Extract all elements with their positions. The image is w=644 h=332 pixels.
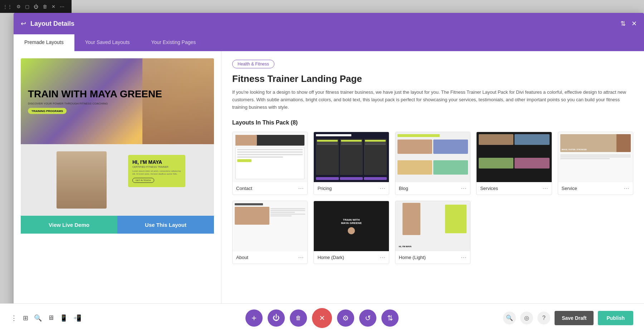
- thumb-form-line-3: [237, 154, 303, 155]
- layout-card-label-pricing: Pricing: [317, 186, 332, 191]
- right-panel: Health & Fitness Fitness Trainer Landing…: [221, 51, 644, 328]
- thumb-blog-img1: [397, 140, 432, 154]
- tab-premade[interactable]: Premade Layouts: [14, 34, 74, 51]
- thumb-blog-img2: [433, 140, 468, 154]
- preview-actions: View Live Demo Use This Layout: [21, 216, 214, 234]
- layout-card-dots-contact[interactable]: ⋯: [298, 185, 304, 192]
- layout-thumb-home-light: HI, I'M MAYA: [395, 201, 470, 251]
- thumb-pricing-card-1: [316, 139, 339, 175]
- layout-card-label-about: About: [236, 255, 248, 260]
- publish-button[interactable]: Publish: [598, 311, 633, 325]
- mobile-icon[interactable]: 📲: [73, 314, 81, 322]
- tablet-icon[interactable]: 📱: [60, 314, 68, 322]
- layout-details-modal: ↩ Layout Details ⇅ ✕ Premade Layouts You…: [14, 13, 644, 328]
- thumb-al-3: [270, 212, 295, 213]
- layout-card-label-blog: Blog: [399, 186, 408, 191]
- layout-card-dots-home-light[interactable]: ⋯: [461, 254, 467, 261]
- thumb-home-dark-avatar: [348, 227, 355, 234]
- window-icon[interactable]: ▢: [25, 4, 29, 9]
- more-icon[interactable]: ⋯: [60, 4, 64, 9]
- thumb-al-4: [270, 214, 305, 215]
- thumb-pc-l2: [317, 144, 338, 145]
- layout-card-footer-home-light: Home (Light) ⋯: [395, 251, 470, 264]
- thumb-form-line-2: [237, 151, 303, 153]
- thumb-home-person: [402, 203, 420, 235]
- close-button[interactable]: ✕: [312, 308, 332, 328]
- layout-card-contact[interactable]: Contact ⋯: [232, 132, 308, 195]
- thumb-pricing-cards: [316, 139, 386, 175]
- grid-icon[interactable]: ⋮⋮: [3, 4, 12, 9]
- settings-button[interactable]: ⚙: [337, 309, 354, 327]
- thumb-pc-l1: [317, 142, 338, 143]
- layout-card-dots-home-dark[interactable]: ⋯: [380, 254, 385, 261]
- layout-card-about[interactable]: About ⋯: [232, 201, 308, 264]
- layout-card-home-dark[interactable]: TRAIN WITHMAYA GREENE Home (Dark) ⋯: [313, 201, 389, 264]
- layout-thumb-home-dark: TRAIN WITHMAYA GREENE: [314, 201, 389, 251]
- layout-icon[interactable]: ⊞: [23, 314, 28, 322]
- pack-label: Layouts In This Pack (8): [232, 119, 633, 126]
- layout-card-dots-about[interactable]: ⋯: [298, 254, 304, 261]
- thumb-pc-h1: [317, 140, 338, 142]
- search-circle-icon[interactable]: 🔍: [503, 312, 516, 324]
- thumb-about-text: [270, 207, 305, 225]
- preview-hero-button: TRAINING PROGRAMS: [28, 108, 67, 114]
- preview-hi-btn: GET IN TOUCH: [132, 178, 154, 183]
- settings-icon[interactable]: ⚙: [16, 4, 21, 9]
- modal-header-actions: ⇅ ✕: [620, 20, 637, 28]
- layout-thumb-pricing: [314, 132, 389, 182]
- layout-card-dots-services[interactable]: ⋯: [542, 185, 548, 192]
- tab-existing[interactable]: Your Existing Pages: [141, 34, 207, 51]
- thumb-about-grid: [235, 207, 305, 225]
- layouts-grid: Contact ⋯: [232, 132, 633, 264]
- dots-icon[interactable]: ⋮: [11, 314, 17, 322]
- thumb-pc-l4: [341, 144, 362, 145]
- layout-card-home-light[interactable]: HI, I'M MAYA Home (Light) ⋯: [395, 201, 470, 264]
- layout-card-footer-service: Service ⋯: [558, 182, 633, 195]
- layout-card-blog[interactable]: Blog ⋯: [395, 132, 470, 195]
- preview-top-image: TRAIN WITH MAYA GREENE DISCOVER YOUR POW…: [21, 58, 214, 144]
- tab-saved[interactable]: Your Saved Layouts: [74, 34, 141, 51]
- layout-card-dots-pricing[interactable]: ⋯: [380, 185, 385, 192]
- layout-card-dots-service[interactable]: ⋯: [624, 185, 629, 192]
- modal-body: TRAIN WITH MAYA GREENE DISCOVER YOUR POW…: [14, 51, 644, 328]
- deploy-button[interactable]: ⇅: [381, 309, 399, 327]
- search-icon[interactable]: 🔍: [34, 314, 42, 322]
- thumb-al-5: [270, 215, 291, 216]
- power-icon[interactable]: ⏻: [34, 4, 38, 9]
- preview-bottom-image: HI, I'M MAYA CERTIFIED FITNESS TRAINER L…: [21, 144, 214, 216]
- thumb-home-dark-title: TRAIN WITHMAYA GREENE: [341, 218, 362, 225]
- add-button[interactable]: +: [245, 309, 263, 327]
- modal-close-icon[interactable]: ✕: [631, 20, 637, 28]
- resize-icon[interactable]: ⇅: [620, 20, 626, 28]
- thumb-pricing-btns: [316, 177, 386, 180]
- layout-card-dots-blog[interactable]: ⋯: [461, 185, 467, 192]
- bottom-toolbar: ⋮ ⊞ 🔍 🖥 📱 📲 + ⏻ 🗑 ✕ ⚙ ↺ ⇅ 🔍 ◎ ? Save Dra…: [0, 303, 644, 332]
- back-button[interactable]: ↩: [21, 20, 26, 28]
- help-icon[interactable]: ?: [537, 312, 550, 324]
- use-layout-button[interactable]: Use This Layout: [117, 216, 214, 234]
- thumb-blog-grid: [397, 140, 468, 180]
- trash-icon[interactable]: 🗑: [43, 4, 47, 9]
- layers-icon[interactable]: ◎: [520, 312, 533, 324]
- delete-button[interactable]: 🗑: [290, 309, 307, 327]
- desktop-icon[interactable]: 🖥: [48, 314, 54, 322]
- thumb-contact-header: [235, 135, 304, 146]
- power-button[interactable]: ⏻: [268, 309, 285, 327]
- save-draft-button[interactable]: Save Draft: [555, 311, 594, 325]
- thumb-blog-header: [397, 134, 440, 137]
- layout-card-service[interactable]: IMAGE. FASTER. STRONGER Service ⋯: [558, 132, 633, 195]
- layout-card-pricing[interactable]: Pricing ⋯: [313, 132, 389, 195]
- layout-card-services[interactable]: Services ⋯: [476, 132, 552, 195]
- modal-title: Layout Details: [30, 20, 616, 28]
- thumb-services-grid: [479, 134, 549, 180]
- close-icon-toolbar[interactable]: ✕: [52, 4, 55, 9]
- history-button[interactable]: ↺: [359, 309, 376, 327]
- thumb-home-light-text: HI, I'M MAYA: [399, 245, 412, 248]
- layout-card-footer-about: About ⋯: [233, 251, 307, 264]
- thumb-form-line-4: [237, 156, 283, 158]
- thumb-services-img2: [514, 134, 549, 145]
- layout-card-label-service: Service: [562, 186, 577, 191]
- thumb-service-lines: [560, 155, 631, 159]
- view-demo-button[interactable]: View Live Demo: [21, 216, 117, 234]
- thumb-services-img3: [479, 158, 513, 169]
